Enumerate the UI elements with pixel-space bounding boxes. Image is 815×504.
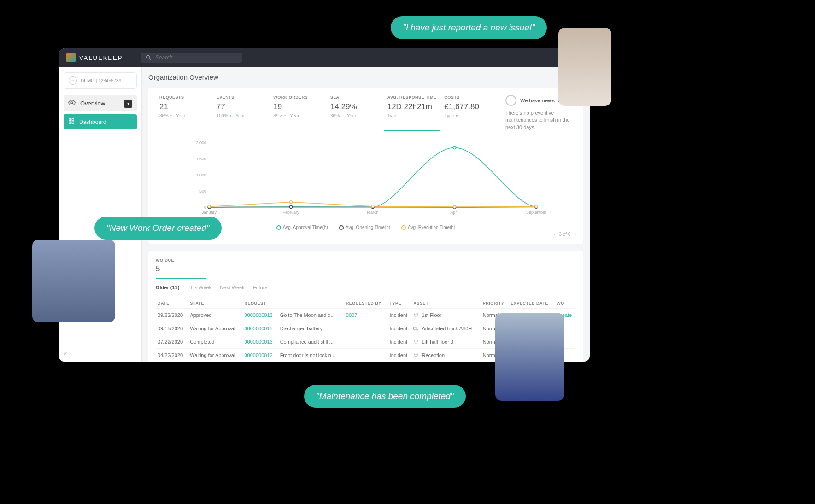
metric-sub: Type ▾ — [444, 113, 494, 118]
svg-point-21 — [453, 147, 456, 149]
metric-sub: 89% ↑ Year — [273, 113, 323, 118]
metric-work-orders[interactable]: WORK ORDERS1989% ↑ Year — [270, 95, 327, 131]
svg-rect-4 — [72, 119, 74, 121]
metric-value: 19 — [273, 102, 323, 111]
asset-icon — [413, 339, 419, 345]
svg-point-31 — [453, 205, 456, 208]
cell-request-id[interactable]: 0000000012 — [243, 349, 278, 362]
response-time-chart: 05001,0001,5002,000JanuaryFebruaryMarchA… — [156, 138, 576, 221]
svg-point-29 — [290, 201, 293, 204]
chevron-down-icon[interactable]: ▾ — [124, 100, 132, 108]
cell-requested-by[interactable] — [344, 322, 388, 335]
cell-requested-by[interactable] — [344, 335, 388, 349]
tab-future[interactable]: Future — [253, 285, 268, 290]
nav-dashboard[interactable]: Dashboard — [64, 114, 137, 129]
asset-icon — [413, 326, 419, 331]
svg-point-28 — [208, 205, 211, 208]
legend-item[interactable]: Avg. Execution Time(h) — [401, 225, 455, 230]
svg-point-37 — [416, 341, 416, 342]
metric-requests[interactable]: REQUESTS2186% ↑ Year — [156, 95, 213, 131]
col-request: REQUEST — [243, 298, 278, 309]
cell-request-id[interactable]: 0000000016 — [243, 335, 278, 349]
cell-asset: 1st Floor — [411, 309, 481, 322]
col-state: STATE — [188, 298, 242, 309]
collapse-sidebar-button[interactable]: « — [64, 350, 67, 357]
col-expected-date: EXPECTED DATE — [509, 298, 555, 309]
search-icon — [146, 54, 152, 61]
topbar: VALUEKEEP + — [59, 48, 590, 67]
tenant-icon: ≡ — [69, 76, 77, 85]
col-requested-by: REQUESTED BY — [344, 298, 388, 309]
metric-label: SLA — [330, 95, 380, 100]
metric-events[interactable]: EVENTS77100% ↑ Year — [213, 95, 270, 131]
cell-type: Incident — [388, 349, 412, 362]
metric-avg-response-time[interactable]: AVG. RESPONSE TIME12D 22h21mType — [384, 95, 441, 131]
svg-point-30 — [371, 205, 374, 208]
nav-overview[interactable]: Overview ▾ — [64, 95, 137, 111]
asset-icon — [413, 312, 419, 318]
wo-table-header: DATESTATEREQUESTREQUESTED BYTYPEASSETPRI… — [156, 298, 576, 309]
tab-older-[interactable]: Older (11) — [156, 285, 179, 290]
svg-text:0: 0 — [204, 205, 206, 210]
cell-desc: Discharged battery — [278, 322, 344, 335]
svg-text:February: February — [282, 210, 299, 215]
wo-tabs: Older (11)This WeekNext WeekFuture — [156, 285, 576, 293]
cell-type: Incident — [388, 335, 412, 349]
col-type: TYPE — [388, 298, 412, 309]
cell-state: Approved — [188, 309, 242, 322]
cell-requested-by[interactable] — [344, 349, 388, 362]
svg-line-1 — [149, 59, 151, 60]
tab-next-week[interactable]: Next Week — [220, 285, 245, 290]
metric-label: AVG. RESPONSE TIME — [387, 95, 437, 100]
metrics-row-wrap: REQUESTS2186% ↑ YearEVENTS77100% ↑ YearW… — [156, 95, 576, 131]
cell-request-id[interactable]: 0000000015 — [243, 322, 278, 335]
svg-text:500: 500 — [199, 189, 206, 193]
cell-state: Waiting for Approval — [188, 322, 242, 335]
cell-state: Completed — [188, 335, 242, 349]
tenant-label: DEMO | 123456789 — [81, 78, 121, 83]
cell-asset: Lift hall floor 0 — [411, 335, 481, 349]
metric-value: £1,677.80 — [444, 102, 494, 111]
svg-point-33 — [416, 314, 416, 315]
cell-asset: Reception — [411, 349, 481, 362]
legend-swatch — [276, 225, 281, 230]
tab-this-week[interactable]: This Week — [188, 285, 211, 290]
cell-requested-by[interactable]: 0007 — [344, 309, 388, 322]
legend-swatch — [339, 225, 344, 230]
metric-sub: 36% ↓ Year — [330, 113, 380, 118]
metric-label: EVENTS — [217, 95, 266, 100]
metric-costs[interactable]: COSTS£1,677.80Type ▾ — [440, 95, 498, 131]
svg-text:1,000: 1,000 — [196, 173, 206, 177]
nav-overview-label: Overview — [80, 100, 105, 107]
search-box[interactable] — [141, 53, 242, 63]
wo-due-label: WO DUE — [156, 258, 576, 263]
col-wo: WO — [555, 298, 576, 309]
cell-type: Incident — [388, 309, 412, 322]
speech-bubble-workorder: "New Work Order created" — [94, 217, 222, 240]
cell-date: 04/22/2020 — [156, 349, 188, 362]
svg-rect-6 — [72, 122, 74, 123]
pagination-text: 3 of 6 — [559, 232, 570, 237]
logo: VALUEKEEP — [66, 53, 123, 62]
cell-desc: Compliance audit still ... — [278, 335, 344, 349]
asset-icon — [413, 352, 419, 358]
cell-request-id[interactable]: 0000000013 — [243, 309, 278, 322]
page-title: Organization Overview — [148, 73, 583, 81]
tenant-badge[interactable]: ≡ DEMO | 123456789 — [64, 72, 137, 89]
metric-value: 77 — [217, 102, 266, 111]
legend-item[interactable]: Avg. Opening Time(h) — [339, 225, 390, 230]
legend-item[interactable]: Avg. Approval Time(h) — [276, 225, 328, 230]
svg-text:January: January — [202, 210, 217, 215]
logo-text: VALUEKEEP — [79, 54, 123, 61]
cell-desc: Front door is not lockin... — [278, 349, 344, 362]
svg-point-2 — [71, 102, 73, 104]
metric-label: REQUESTS — [159, 95, 209, 100]
search-input[interactable] — [155, 54, 238, 61]
cell-asset: Articulated truck A60H — [411, 322, 481, 335]
metric-sla[interactable]: SLA14.29%36% ↓ Year — [327, 95, 384, 131]
svg-rect-5 — [69, 122, 71, 123]
cell-date: 09/15/2020 — [156, 322, 188, 335]
legend-label: Avg. Execution Time(h) — [408, 225, 455, 230]
avatar-technician — [495, 313, 564, 401]
chart-svg: 05001,0001,5002,000JanuaryFebruaryMarchA… — [156, 138, 576, 221]
